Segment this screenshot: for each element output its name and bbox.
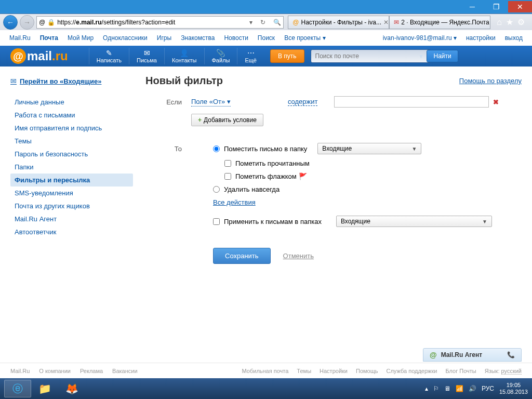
sidebar-item-themes[interactable]: Темы xyxy=(10,135,133,148)
taskbar-explorer[interactable]: 📁 xyxy=(31,380,58,397)
refresh-icon[interactable]: ↻ xyxy=(260,19,265,26)
nav-dating[interactable]: Знакомства xyxy=(181,34,215,42)
settings-icon[interactable]: ⚙ xyxy=(517,17,525,27)
tray-arrow-icon[interactable]: ▴ xyxy=(425,385,428,392)
remove-condition-icon[interactable]: ✖ xyxy=(493,98,499,106)
address-bar[interactable]: @ 🔒 https://e.mail.ru/settings/filters?a… xyxy=(36,16,284,29)
flag-icon: 🚩 xyxy=(299,172,307,180)
dropdown-icon[interactable]: ▾ xyxy=(249,19,252,26)
mark-flag-label: Пометить флажком xyxy=(235,172,297,180)
foot-jobs[interactable]: Вакансии xyxy=(112,368,138,374)
url-domain: e.mail.ru xyxy=(76,19,101,26)
tray-network-icon[interactable]: 📶 xyxy=(456,385,463,392)
envelope-icon: ✉ xyxy=(10,77,17,85)
sidebar-item-folders[interactable]: Папки xyxy=(10,161,133,174)
sidebar-item-autoreply[interactable]: Автоответчик xyxy=(10,225,133,238)
sidebar-item-letters[interactable]: Работа с письмами xyxy=(10,109,133,122)
nav-mailru[interactable]: Mail.Ru xyxy=(9,34,31,42)
home-icon[interactable]: ⌂ xyxy=(497,18,502,27)
tab-2[interactable]: ✉2 · Входящие — Яндекс.Почта xyxy=(389,16,490,29)
go-button[interactable]: В путь xyxy=(270,49,304,63)
tray-clock[interactable]: 19:0515.08.2013 xyxy=(499,382,528,395)
nav-games[interactable]: Игры xyxy=(157,34,171,42)
mark-flag-checkbox[interactable] xyxy=(224,173,231,180)
action-delete-radio[interactable] xyxy=(213,186,220,193)
nav-all[interactable]: Все проекты ▾ xyxy=(284,34,325,42)
foot-ads[interactable]: Реклама xyxy=(80,368,103,374)
mark-read-checkbox[interactable] xyxy=(224,160,231,167)
nav-mail[interactable]: Почта xyxy=(40,34,58,42)
go-to-inbox[interactable]: ✉Перейти во «Входящие» xyxy=(10,75,133,87)
sidebar-item-filters[interactable]: Фильтры и пересылка xyxy=(10,174,133,187)
foot-help[interactable]: Помощь xyxy=(356,368,378,374)
target-folder-select[interactable]: Входящие▼ xyxy=(317,143,421,154)
agent-bar[interactable]: @ Mail.Ru Агент 📞 xyxy=(423,348,522,362)
tray-language[interactable]: РУС xyxy=(482,385,494,392)
taskbar-ie[interactable]: ⓔ xyxy=(4,380,31,397)
portal-nav: Mail.Ru Почта Мой Мир Одноклассники Игры… xyxy=(0,30,532,46)
foot-blog[interactable]: Блог Почты xyxy=(445,368,476,374)
user-email[interactable]: ivan-ivanov-981@mail.ru ▾ xyxy=(383,34,457,42)
nav-search[interactable]: Поиск xyxy=(258,34,275,42)
logo[interactable]: @mail.ru xyxy=(10,48,68,64)
page-footer: Mail.Ru О компании Реклама Вакансии Моби… xyxy=(0,363,532,378)
browser-tabs: @Настройки - Фильтры - iva...✕ ✉2 · Вход… xyxy=(288,16,490,29)
mail-search-input[interactable] xyxy=(311,49,430,63)
search-icon[interactable]: 🔍 xyxy=(273,19,281,26)
forward-button[interactable]: → xyxy=(20,15,34,30)
nav-logout[interactable]: выход xyxy=(505,34,523,42)
minimize-button[interactable]: ─ xyxy=(460,1,484,12)
agent-icon: @ xyxy=(430,351,437,359)
tray-flag-icon[interactable]: ⚐ xyxy=(433,385,439,392)
sidebar-item-personal[interactable]: Личные данные xyxy=(10,96,133,109)
back-button[interactable]: ← xyxy=(3,15,18,30)
nav-ok[interactable]: Одноклассники xyxy=(103,34,148,42)
sidebar-item-security[interactable]: Пароль и безопасность xyxy=(10,148,133,161)
sidebar-item-sender[interactable]: Имя отправителя и подпись xyxy=(10,122,133,135)
tray-device-icon[interactable]: 🖥 xyxy=(444,385,450,392)
close-button[interactable]: ✕ xyxy=(508,1,532,12)
condition-value-input[interactable] xyxy=(334,96,489,108)
apply-folders-checkbox[interactable] xyxy=(213,218,220,225)
more-button[interactable]: ⋯Ещё xyxy=(237,48,264,64)
page-content: Mail.Ru Почта Мой Мир Одноклассники Игры… xyxy=(0,30,532,378)
sidebar-item-external[interactable]: Почта из других ящиков xyxy=(10,200,133,212)
operator-dropdown[interactable]: содержит xyxy=(288,98,318,106)
taskbar-firefox[interactable]: 🦊 xyxy=(58,380,85,397)
files-button[interactable]: 📎Файлы xyxy=(204,48,237,64)
favorites-icon[interactable]: ★ xyxy=(506,17,513,27)
foot-mobile[interactable]: Мобильная почта xyxy=(242,368,289,374)
settings-sidebar: ✉Перейти во «Входящие» Личные данные Раб… xyxy=(10,75,133,264)
action-move-radio[interactable] xyxy=(213,145,220,152)
cancel-link[interactable]: Отменить xyxy=(283,252,314,260)
close-tab-icon[interactable]: ✕ xyxy=(383,19,389,26)
foot-themes[interactable]: Темы xyxy=(297,368,311,374)
add-condition-button[interactable]: +Добавить условие xyxy=(191,114,263,126)
maximize-button[interactable]: ❐ xyxy=(484,1,508,12)
windows-taskbar: ⓔ 📁 🦊 ▴ ⚐ 🖥 📶 🔊 РУС 19:0515.08.2013 xyxy=(0,378,532,399)
apply-folders-select[interactable]: Входящие▼ xyxy=(336,216,492,227)
field-dropdown[interactable]: Поле «От» ▾ xyxy=(191,98,231,107)
help-link[interactable]: Помощь по разделу xyxy=(459,77,522,85)
letters-button[interactable]: ✉Письма xyxy=(129,48,164,64)
sidebar-item-sms[interactable]: SMS-уведомления xyxy=(10,187,133,200)
tab-1[interactable]: @Настройки - Фильтры - iva...✕ xyxy=(288,16,389,29)
phone-icon[interactable]: 📞 xyxy=(507,351,515,358)
nav-news[interactable]: Новости xyxy=(224,34,248,42)
tray-volume-icon[interactable]: 🔊 xyxy=(469,385,476,392)
sidebar-item-agent[interactable]: Mail.Ru Агент xyxy=(10,212,133,225)
lock-icon: 🔒 xyxy=(47,19,55,26)
foot-settings[interactable]: Настройки xyxy=(320,368,348,374)
foot-mailru[interactable]: Mail.Ru xyxy=(10,368,30,374)
foot-support[interactable]: Служба поддержки xyxy=(386,368,437,374)
compose-button[interactable]: ✎Написать xyxy=(89,48,129,64)
language-select[interactable]: русский xyxy=(501,368,522,375)
foot-about[interactable]: О компании xyxy=(39,368,71,374)
contacts-button[interactable]: 👤Контакты xyxy=(164,48,204,64)
nav-mymir[interactable]: Мой Мир xyxy=(68,34,94,42)
save-button[interactable]: Сохранить xyxy=(213,248,271,264)
find-button[interactable]: Найти xyxy=(427,50,458,62)
browser-navbar: ← → @ 🔒 https://e.mail.ru/settings/filte… xyxy=(0,14,532,30)
all-actions-link[interactable]: Все действия xyxy=(213,198,256,206)
nav-settings[interactable]: настройки xyxy=(466,34,496,42)
